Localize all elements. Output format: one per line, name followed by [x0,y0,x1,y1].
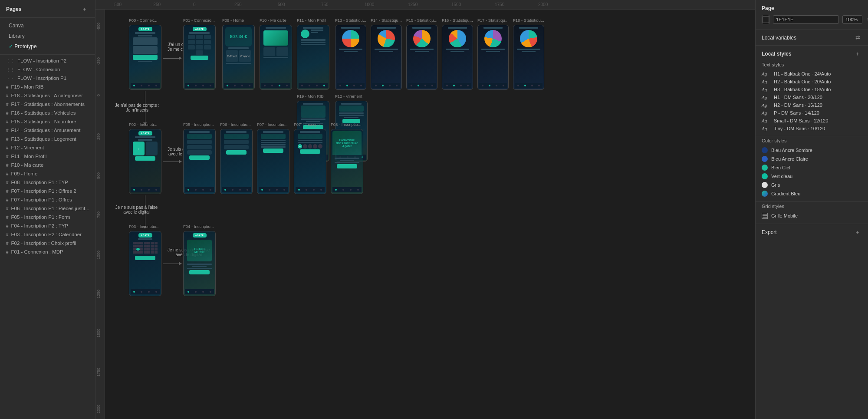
page-bg-swatch[interactable] [762,15,769,24]
layer-f14[interactable]: # F14 - Statistiques : Amusement [0,126,95,135]
page-bg-hex-input[interactable] [773,15,839,24]
layer-f08[interactable]: # F08 - Inscription P1 : TYP [0,178,95,187]
text-style-small-dmsans[interactable]: Ag Small - DM Sans · 12/120 [762,117,862,125]
frame-f06-label: F06 - Inscriptio... [220,122,251,127]
text-style-h1-bakbak[interactable]: Ag H1 - Bakbak One · 24/Auto [762,70,862,78]
frame-f06[interactable]: F06 - Inscriptio... [220,129,253,194]
color-style-vert-eau[interactable]: Vert d'eau [762,172,862,181]
frame-f01[interactable]: F01 - Connexio... AGATE [183,25,216,90]
frame-f07b[interactable]: F07' - Inscripti... ★ [294,129,326,194]
frame-f09[interactable]: F09 - Home 807.34 € E-Fnret Voyage [222,25,255,90]
frame-f04-label: F04 - Inscriptio... [183,224,214,229]
sidebar-page-canva[interactable]: Canva [0,20,95,31]
frame-f17-label: F17 - Statistiqu... [477,18,509,23]
color-style-bleu-ancre-sombre[interactable]: Bleu Ancre Sombre [762,146,862,155]
frame-f17[interactable]: F17 - Statistiqu... [477,25,509,90]
frame-f02[interactable]: F02 - Inscripti... AGATE ✓ [129,129,161,194]
frame-f00-label: F00 - Connex... [129,18,157,23]
frame-f03-cal[interactable]: F03 - Inscriptio... AGATE [129,231,161,296]
layer-f02[interactable]: # F02 - Inscription : Choix profil [0,239,95,247]
sidebar-page-prototype[interactable]: Prototype [0,41,95,52]
sidebar-page-library[interactable]: Library [0,31,95,41]
layer-f18[interactable]: # F18 - Statistiques : A catégoriser [0,91,95,100]
text-style-h2-dmsans[interactable]: Ag H2 - DM Sans · 16/120 [762,101,862,109]
text-style-tiny-dmsans[interactable]: Ag Tiny - DM Sans · 10/120 [762,125,862,132]
color-styles-title: Color styles [762,138,862,143]
layer-f16[interactable]: # F16 - Statistiques : Véhicules [0,109,95,117]
color-style-gradient-bleu[interactable]: Gradient Bleu [762,189,862,198]
layer-flow-connexion[interactable]: ⋮⋮ FLOW - Connexion [0,65,95,74]
color-dot-gris [762,182,768,188]
page-section-header: Page [762,5,862,11]
layer-f07a[interactable]: # F07 - Inscription P1 : Offres [0,195,95,204]
frame-f16[interactable]: F16 - Statistiqu... [442,25,473,90]
frame-f13[interactable]: F13 - Statistiqu... [335,25,366,90]
page-section: Page 👁 [756,0,868,30]
layer-f19-mon-rib[interactable]: # F19 - Mon RIB [0,82,95,91]
frame-f18[interactable]: F18 - Statistiqu... [513,25,544,90]
frame-f00[interactable]: F00 - Connex... AGATE [129,25,161,90]
page-opacity-input[interactable] [842,15,862,24]
layer-f17[interactable]: # F17 - Statistiques : Abonnements [0,100,95,109]
text-style-h2-bakbak[interactable]: Ag H2 - Bakbak One · 20/Auto [762,78,862,86]
layer-flow-inscription-p1[interactable]: ⋮⋮ FLOW - Inscription P1 [0,74,95,82]
layer-f13[interactable]: # F13 - Statistiques : Logement [0,135,95,143]
layer-f12[interactable]: # F12 - Virement [0,143,95,152]
local-variables-settings-button[interactable]: ⇄ [854,33,862,42]
canvas-area[interactable]: F00 - Connex... AGATE [105,10,755,419]
frame-f07a[interactable]: F07 - Inscriptio... [257,129,289,194]
frame-f11[interactable]: F11 - Mon Profil [297,25,329,90]
frame-f08[interactable]: F08 - Inscriptio... Bienvenuedans l'aven… [331,129,363,194]
hash-icon: # [6,224,9,228]
frame-f14[interactable]: F14 - Statistiqu... [371,25,402,90]
layer-f11[interactable]: # F11 - Mon Profil [0,152,95,161]
frame-f12-virement-label: F12 - Virement [335,94,362,99]
style-name-1: H2 - Bakbak One · 20/Auto [774,79,862,84]
frame-f02-label: F02 - Inscripti... [129,122,157,127]
layer-f07b[interactable]: # F07 - Inscription P1 : Offres 2 [0,187,95,195]
grid-icon: ⋮⋮ [6,67,15,72]
color-style-gris[interactable]: Gris [762,181,862,189]
frame-f07a-label: F07 - Inscriptio... [257,122,288,127]
main-canvas[interactable]: -500 -250 0 250 500 750 1000 1250 1500 1… [95,0,755,419]
hash-icon: # [6,85,9,89]
layer-f05[interactable]: # F05 - Inscription P1 : Form [0,213,95,221]
hash-icon: # [6,241,9,246]
layer-f04[interactable]: # F04 - Inscription P2 : TYP [0,221,95,230]
add-export-button[interactable]: ＋ [853,228,862,237]
pages-title: Pages [6,6,21,12]
add-style-button[interactable]: ＋ [853,49,862,59]
style-name-0: H1 - Bakbak One · 24/Auto [774,71,862,76]
layer-f10[interactable]: # F10 - Ma carte [0,161,95,169]
ruler-top: -500 -250 0 250 500 750 1000 1250 1500 1… [95,0,755,10]
style-name-6: Small - DM Sans · 12/120 [774,118,862,123]
grid-style-grille-mobile[interactable]: Grille Mobile [762,211,862,220]
frame-f04[interactable]: F04 - Inscriptio... AGATE GRANDMERCI! [183,231,216,296]
grid-styles-title: Grid styles [762,204,862,209]
text-styles-section: Text styles Ag H1 - Bakbak One · 24/Auto… [756,60,868,136]
text-style-h3-bakbak[interactable]: Ag H3 - Bakbak One · 18/Auto [762,86,862,93]
color-style-bleu-ciel[interactable]: Bleu Ciel [762,163,862,172]
frame-f05[interactable]: F05 - Inscriptio... [183,129,216,194]
text-styles-title: Text styles [762,62,862,67]
visibility-toggle-button[interactable]: 👁 [866,16,868,24]
layer-f09[interactable]: # F09 - Home [0,169,95,178]
color-style-bleu-ancre-claire[interactable]: Bleu Ancre Claire [762,155,862,163]
text-style-h1-dmsans[interactable]: Ag H1 - DM Sans · 20/120 [762,93,862,101]
frame-f07b-label: F07' - Inscripti... [294,122,323,127]
grid-style-name: Grille Mobile [771,213,798,218]
layer-f06[interactable]: # F06 - Inscription P1 : Pièces justif..… [0,204,95,213]
export-section: Export ＋ [756,224,868,241]
add-page-button[interactable]: ＋ [80,4,89,14]
hash-icon: # [6,119,9,124]
frame-f15[interactable]: F15 - Statistiqu... [406,25,437,90]
layer-f03[interactable]: # F03 - Inscription P2 : Calendrier [0,230,95,239]
color-name-bleu-ancre-sombre: Bleu Ancre Sombre [771,148,812,153]
flow-label-no-account: Je n'ai pas de compte :Je m'inscris [111,103,163,112]
frame-f10[interactable]: F10 - Ma carte [260,25,292,90]
text-style-p-dmsans[interactable]: Ag P - DM Sans · 14/120 [762,109,862,117]
layer-f01[interactable]: # F01 - Connexion : MDP [0,247,95,256]
layer-f15[interactable]: # F15 - Statistiques : Nourriture [0,117,95,126]
layer-flow-inscription-p2[interactable]: ⋮⋮ FLOW - Inscription P2 [0,56,95,65]
style-name-3: H1 - DM Sans · 20/120 [774,95,862,100]
